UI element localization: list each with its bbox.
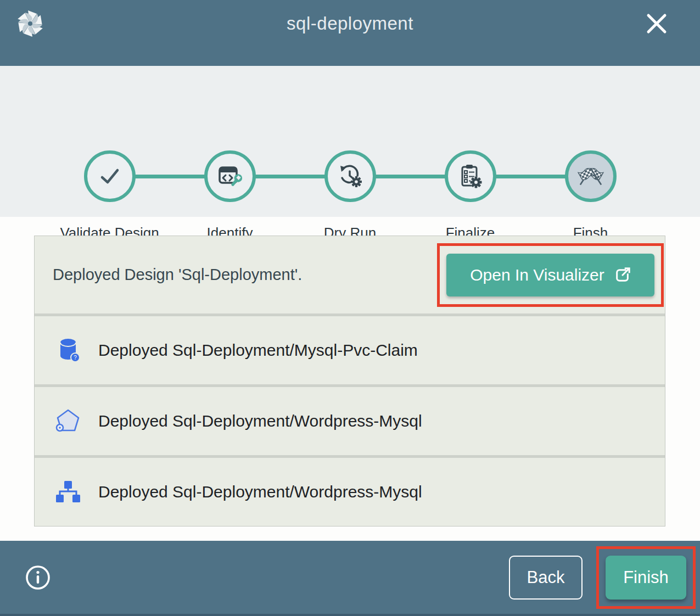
- svg-text:?: ?: [74, 355, 77, 361]
- code-wrench-icon: [218, 164, 242, 188]
- result-row-text: Deployed Sql-Deployment/Wordpress-Mysql: [98, 412, 422, 430]
- design-result-text: Deployed Design 'Sql-Deployment'.: [53, 266, 437, 284]
- deployment-results-list: Deployed Design 'Sql-Deployment'. Open I…: [34, 236, 665, 527]
- finish-annotation-box: Finish: [596, 546, 696, 609]
- database-icon: ?: [55, 338, 81, 363]
- result-row-wordpress-mysql-1: Deployed Sql-Deployment/Wordpress-Mysql: [35, 387, 665, 455]
- pentagon-icon: [55, 408, 81, 434]
- check-icon: [97, 164, 122, 189]
- result-row-text: Deployed Sql-Deployment/Wordpress-Mysql: [98, 483, 422, 501]
- step-circle: [565, 150, 617, 202]
- hierarchy-icon: [55, 479, 81, 505]
- dialog-header: sql-deployment: [0, 0, 700, 66]
- visualizer-button-label: Open In Visualizer: [470, 266, 604, 284]
- info-icon[interactable]: [25, 564, 51, 591]
- dialog-footer: Back Finish: [0, 541, 700, 616]
- step-circle: [204, 150, 256, 202]
- wizard-stepper: Validate Design: [0, 66, 700, 217]
- finish-button[interactable]: Finish: [606, 556, 686, 600]
- finish-flags-icon: [578, 163, 604, 189]
- step-circle: [445, 150, 496, 202]
- result-row-pvc-claim: ? Deployed Sql-Deployment/Mysql-Pvc-Clai…: [35, 316, 665, 384]
- design-result-row: Deployed Design 'Sql-Deployment'. Open I…: [35, 236, 665, 313]
- dry-run-icon: [338, 164, 362, 188]
- clipboard-gear-icon: [458, 164, 483, 188]
- visualizer-annotation-box: Open In Visualizer: [437, 243, 664, 307]
- close-icon[interactable]: [645, 12, 668, 35]
- open-in-visualizer-button[interactable]: Open In Visualizer: [446, 254, 654, 296]
- external-link-icon: [614, 267, 631, 283]
- step-circle: [324, 150, 376, 202]
- result-row-text: Deployed Sql-Deployment/Mysql-Pvc-Claim: [98, 341, 418, 360]
- result-row-wordpress-mysql-2: Deployed Sql-Deployment/Wordpress-Mysql: [35, 458, 665, 526]
- dialog-title: sql-deployment: [0, 13, 700, 34]
- step-circle: [84, 150, 136, 202]
- back-button[interactable]: Back: [509, 556, 583, 600]
